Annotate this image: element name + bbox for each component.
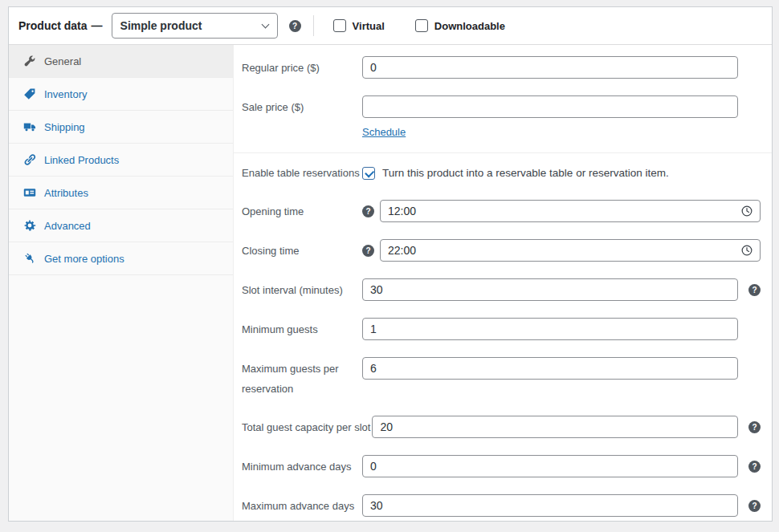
tag-icon <box>23 87 36 100</box>
tab-label: Attributes <box>44 187 88 199</box>
tab-general[interactable]: General <box>9 45 233 78</box>
total-capacity-input[interactable] <box>372 416 738 438</box>
card-icon <box>23 186 36 199</box>
min-advance-days-label: Minimum advance days <box>242 455 362 477</box>
product-data-metabox: Product data — Simple product ? Virtual … <box>8 6 773 522</box>
min-advance-days-ctrl: ? <box>362 455 761 477</box>
product-data-body: General Inventory Shipping Linked Produc… <box>9 45 772 521</box>
opening-time-label: Opening time <box>242 200 362 221</box>
tab-label: Inventory <box>44 88 87 100</box>
virtual-checkbox[interactable] <box>333 19 346 32</box>
downloadable-label: Downloadable <box>434 20 505 32</box>
opening-time-ctrl: ? <box>362 200 761 222</box>
minimum-guests-row: Minimum guests <box>242 318 761 340</box>
min-advance-days-row: Minimum advance days ? <box>242 455 761 477</box>
max-advance-days-label: Maximum advance days <box>242 494 362 516</box>
product-type-select-wrap: Simple product <box>112 13 278 39</box>
sale-price-ctrl <box>362 95 761 118</box>
tab-advanced[interactable]: Advanced <box>9 209 233 242</box>
help-icon[interactable]: ? <box>748 500 761 512</box>
tab-inventory[interactable]: Inventory <box>9 78 233 111</box>
slot-interval-ctrl: ? <box>362 278 761 301</box>
vertical-divider <box>313 15 314 36</box>
schedule-row: Schedule <box>362 124 761 139</box>
enable-reservations-ctrl: Turn this product into a reservable tabl… <box>362 167 761 180</box>
minimum-guests-ctrl <box>362 318 761 340</box>
downloadable-checkbox-row[interactable]: Downloadable <box>415 19 505 32</box>
help-icon[interactable]: ? <box>748 461 761 473</box>
closing-time-input-wrap <box>380 239 761 262</box>
total-capacity-label: Total guest capacity per slot <box>242 416 372 437</box>
tab-label: General <box>44 55 81 67</box>
total-capacity-row: Total guest capacity per slot ? <box>242 416 761 438</box>
enable-reservations-checkbox[interactable] <box>362 167 375 180</box>
help-icon[interactable]: ? <box>362 205 374 217</box>
regular-price-label: Regular price ($) <box>242 56 362 78</box>
closing-time-row: Closing time ? <box>242 239 761 262</box>
tab-label: Advanced <box>44 220 91 232</box>
enable-reservations-description: Turn this product into a reservable tabl… <box>382 167 669 180</box>
closing-time-input[interactable] <box>380 239 761 262</box>
tab-shipping[interactable]: Shipping <box>9 111 233 144</box>
closing-time-label: Closing time <box>242 239 362 261</box>
plug-icon <box>23 252 36 265</box>
tab-label: Shipping <box>44 121 85 133</box>
min-advance-days-input[interactable] <box>362 455 738 477</box>
truck-icon <box>23 120 36 133</box>
sale-price-input[interactable] <box>362 95 738 118</box>
opening-time-row: Opening time ? <box>242 200 761 222</box>
max-advance-days-input[interactable] <box>362 494 738 517</box>
maximum-guests-input[interactable] <box>362 357 738 380</box>
help-icon[interactable]: ? <box>748 284 761 296</box>
sale-price-label: Sale price ($) <box>242 95 362 117</box>
minimum-guests-label: Minimum guests <box>242 318 362 339</box>
product-type-select[interactable]: Simple product <box>112 13 278 39</box>
gear-icon <box>23 219 36 232</box>
max-advance-days-row: Maximum advance days ? <box>242 494 761 517</box>
regular-price-input[interactable] <box>362 56 738 79</box>
opening-time-input[interactable] <box>380 200 761 222</box>
max-advance-days-ctrl: ? <box>362 494 761 517</box>
options-divider <box>234 152 772 153</box>
enable-reservations-label: Enable table reservations <box>242 167 362 180</box>
help-icon[interactable]: ? <box>748 421 761 433</box>
tab-linked-products[interactable]: Linked Products <box>9 144 233 177</box>
slot-interval-row: Slot interval (minutes) ? <box>242 278 761 301</box>
general-panel: Regular price ($) Sale price ($) Schedul… <box>234 45 772 521</box>
wrench-icon <box>23 55 36 67</box>
maximum-guests-ctrl <box>362 357 761 380</box>
tab-label: Linked Products <box>44 154 119 166</box>
slot-interval-input[interactable] <box>362 278 738 301</box>
tab-attributes[interactable]: Attributes <box>9 177 233 209</box>
regular-price-row: Regular price ($) <box>242 56 761 79</box>
virtual-label: Virtual <box>353 20 385 32</box>
slot-interval-label: Slot interval (minutes) <box>242 278 362 300</box>
help-icon[interactable]: ? <box>289 20 301 32</box>
closing-time-ctrl: ? <box>362 239 761 262</box>
title-dash: — <box>92 19 103 32</box>
product-data-header: Product data — Simple product ? Virtual … <box>9 7 772 45</box>
opening-time-input-wrap <box>380 200 761 222</box>
downloadable-checkbox[interactable] <box>415 19 428 32</box>
schedule-link[interactable]: Schedule <box>362 126 406 138</box>
minimum-guests-input[interactable] <box>362 318 738 340</box>
help-icon[interactable]: ? <box>362 245 374 257</box>
total-capacity-ctrl: ? <box>372 416 761 438</box>
maximum-guests-row: Maximum guests per reservation <box>242 357 761 399</box>
product-data-tabs: General Inventory Shipping Linked Produc… <box>9 45 234 521</box>
enable-reservations-row: Enable table reservations Turn this prod… <box>242 167 761 180</box>
sale-price-row: Sale price ($) <box>242 95 761 118</box>
tab-get-more-options[interactable]: Get more options <box>9 242 233 275</box>
regular-price-ctrl <box>362 56 761 79</box>
page-title: Product data <box>18 19 88 32</box>
link-icon <box>23 153 36 166</box>
tab-label: Get more options <box>44 253 124 265</box>
virtual-checkbox-row[interactable]: Virtual <box>333 19 385 32</box>
maximum-guests-label: Maximum guests per reservation <box>242 357 362 399</box>
